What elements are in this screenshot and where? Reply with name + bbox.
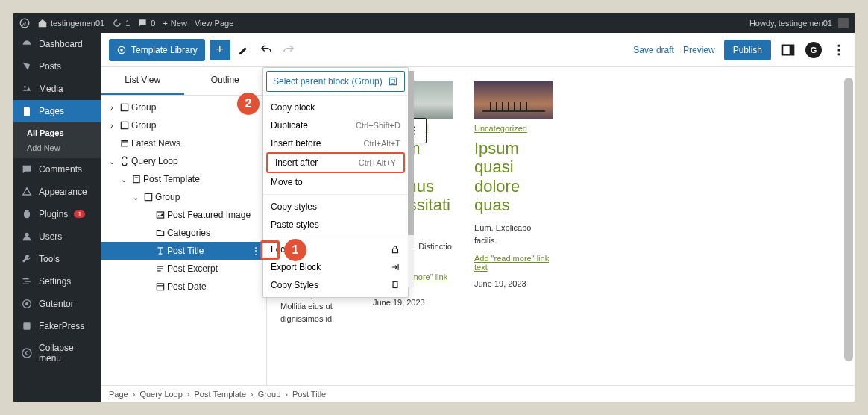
crumb[interactable]: Page: [109, 390, 128, 399]
svg-rect-9: [23, 322, 30, 329]
ctx-scrollbar[interactable]: [408, 71, 414, 287]
ctx-duplicate[interactable]: DuplicateCtrl+Shift+D: [263, 116, 408, 134]
howdy-user[interactable]: Howdy, testingemen01: [749, 18, 849, 28]
gutentor-icon[interactable]: G: [805, 42, 822, 58]
more-options-icon[interactable]: [831, 42, 847, 58]
block-latest-news[interactable]: Latest News: [101, 134, 266, 152]
menu-posts[interactable]: Posts: [13, 55, 101, 78]
menu-gutentor[interactable]: Gutentor: [13, 293, 101, 315]
redo-icon[interactable]: [280, 41, 298, 59]
svg-rect-50: [393, 249, 398, 252]
menu-comments[interactable]: Comments: [13, 158, 101, 181]
publish-button[interactable]: Publish: [724, 40, 771, 60]
svg-rect-51: [393, 281, 397, 287]
ctx-copy-block[interactable]: Copy block: [263, 99, 408, 116]
submenu-add-new[interactable]: Add New: [27, 140, 101, 155]
svg-point-47: [414, 133, 415, 134]
collapse-menu[interactable]: Collapse menu: [13, 337, 101, 369]
submenu-all-pages[interactable]: All Pages: [27, 125, 101, 140]
vertical-scrollbar[interactable]: [844, 78, 853, 391]
template-library-button[interactable]: Template Library: [109, 39, 205, 61]
block-editor: Template Library + Save draft Preview Pu…: [101, 33, 855, 402]
edit-icon[interactable]: [235, 41, 253, 59]
updates-icon[interactable]: 1: [112, 18, 130, 28]
block-post-template[interactable]: ⌄Post Template: [101, 170, 266, 188]
block-categories[interactable]: Categories: [101, 224, 266, 242]
admin-toolbar: testingemen01 1 0 + New View Page Howdy,…: [13, 13, 855, 33]
site-name[interactable]: testingemen01: [37, 18, 104, 28]
ctx-copy-styles-2[interactable]: Copy Styles: [263, 276, 408, 294]
sidebar-settings-icon[interactable]: [780, 42, 796, 58]
post-date: June 19, 2023: [373, 298, 453, 307]
menu-dashboard[interactable]: Dashboard: [13, 33, 101, 55]
svg-point-2: [24, 86, 26, 88]
menu-media[interactable]: Media: [13, 78, 101, 100]
preview-button[interactable]: Preview: [683, 45, 715, 55]
ctx-copy-styles[interactable]: Copy styles: [263, 198, 408, 216]
svg-point-15: [837, 44, 840, 46]
ctx-move-to[interactable]: Move to: [263, 173, 408, 191]
svg-point-10: [22, 349, 31, 358]
tab-list-view[interactable]: List View: [101, 67, 184, 95]
menu-plugins[interactable]: Plugins1: [13, 203, 101, 225]
block-breadcrumb: Page › Query Loop › Post Template › Grou…: [101, 385, 855, 402]
post-card: Uncategorized Ipsum quasi dolore quas Eu…: [474, 81, 553, 325]
post-date: June 19, 2023: [474, 279, 553, 288]
post-category[interactable]: Uncategorized: [474, 124, 527, 133]
ctx-paste-styles[interactable]: Paste styles: [263, 216, 408, 234]
ctx-select-parent[interactable]: Select parent block (Group): [266, 71, 405, 92]
annotation-1: 1: [284, 239, 306, 261]
crumb[interactable]: Post Title: [292, 390, 326, 399]
svg-rect-48: [389, 78, 396, 84]
block-post-date[interactable]: Post Date: [101, 278, 266, 296]
menu-fakerpress[interactable]: FakerPress: [13, 315, 101, 337]
block-group[interactable]: ⌄Group: [101, 188, 266, 206]
svg-rect-14: [790, 45, 794, 54]
wp-logo-icon[interactable]: [19, 18, 30, 28]
crumb[interactable]: Query Loop: [139, 390, 182, 399]
svg-rect-20: [121, 140, 128, 142]
block-context-menu: Select parent block (Group) Copy block D…: [262, 67, 409, 298]
menu-pages[interactable]: Pages: [13, 100, 101, 122]
block-group[interactable]: ›Group: [101, 116, 266, 134]
svg-rect-49: [391, 80, 395, 84]
block-query-loop[interactable]: ⌄Query Loop: [101, 152, 266, 170]
view-page[interactable]: View Page: [195, 19, 233, 28]
post-title[interactable]: Ipsum quasi dolore quas: [474, 139, 553, 214]
svg-point-46: [414, 130, 415, 131]
ctx-insert-after[interactable]: Insert afterCtrl+Alt+Y: [266, 152, 405, 173]
svg-point-45: [414, 126, 415, 128]
menu-appearance[interactable]: Appearance: [13, 181, 101, 203]
editor-toolbar: Template Library + Save draft Preview Pu…: [101, 33, 855, 67]
read-more-link[interactable]: Add "read more" link text: [474, 254, 553, 272]
svg-rect-18: [121, 104, 128, 110]
svg-rect-19: [121, 122, 128, 128]
comment-icon[interactable]: 0: [137, 18, 155, 28]
svg-rect-5: [25, 281, 31, 281]
tab-outline[interactable]: Outline: [184, 67, 267, 95]
block-post-title[interactable]: Post Title⋮: [101, 242, 266, 260]
menu-tools[interactable]: Tools: [13, 248, 101, 270]
svg-point-12: [120, 49, 123, 52]
post-excerpt[interactable]: Eum. Explicabo facilis.: [474, 222, 553, 246]
crumb[interactable]: Post Template: [195, 390, 247, 399]
block-post-excerpt[interactable]: Post Excerpt: [101, 260, 266, 278]
annotation-highlight: [260, 240, 280, 260]
add-block-button[interactable]: +: [210, 40, 230, 60]
svg-point-17: [837, 53, 840, 55]
block-post-featured-image[interactable]: Post Featured Image: [101, 206, 266, 224]
menu-users[interactable]: Users: [13, 225, 101, 248]
svg-point-8: [25, 302, 28, 305]
save-draft-button[interactable]: Save draft: [633, 45, 674, 55]
ctx-insert-before[interactable]: Insert beforeCtrl+Alt+T: [263, 134, 408, 152]
menu-settings[interactable]: Settings: [13, 270, 101, 293]
svg-rect-24: [145, 193, 151, 200]
svg-rect-22: [133, 175, 139, 182]
post-thumbnail[interactable]: [474, 81, 553, 119]
ctx-export[interactable]: Export Block: [263, 258, 408, 276]
undo-icon[interactable]: [257, 41, 275, 59]
annotation-2: 2: [237, 93, 260, 115]
crumb[interactable]: Group: [258, 390, 281, 399]
add-new[interactable]: + New: [163, 19, 186, 28]
svg-rect-1: [838, 18, 849, 28]
